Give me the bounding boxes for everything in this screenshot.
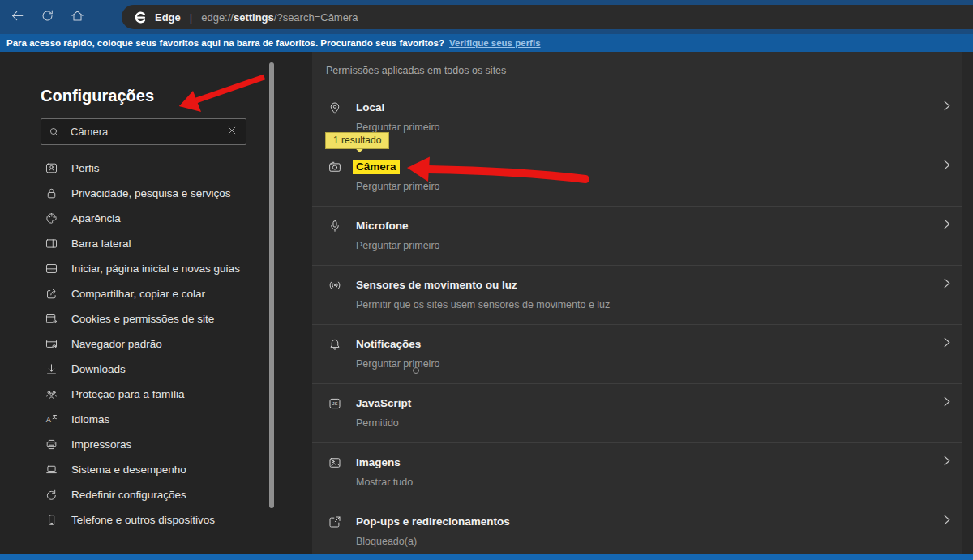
permissions-list: Local Perguntar primeiro Câmera Pergunta… [312,88,973,560]
location-icon [328,100,342,115]
image-icon [328,455,342,470]
sidebar-scrollbar[interactable] [269,62,274,508]
sidebar-item-impressoras[interactable]: Impressoras [45,432,280,457]
chevron-right-icon [941,217,953,231]
browser-window: Edge | edge://settings/?search=Câmera Pa… [0,0,973,560]
refresh-button[interactable] [35,5,59,29]
sidebar-item-perfis[interactable]: Perfis [45,156,280,181]
settings-sidebar: Configurações Perfis Privacidade, pesqui… [0,52,312,554]
close-icon [226,125,238,139]
settings-search-box[interactable] [41,118,246,145]
palette-icon [45,212,58,225]
sidebar-layout-icon [45,237,58,250]
profile-icon [45,161,58,175]
languages-icon: A [45,413,58,426]
download-icon [45,362,58,376]
sidebar-item-cookies-e-permissoes[interactable]: Cookies e permissões de site [45,306,280,331]
settings-page: Configurações Perfis Privacidade, pesqui… [0,52,973,554]
system-icon [45,463,58,477]
address-separator: | [190,11,192,24]
camera-icon [328,160,342,174]
settings-title: Configurações [41,86,154,105]
browser-toolbar: Edge | edge://settings/?search=Câmera [0,0,973,34]
svg-text:A: A [46,416,52,424]
lock-icon [45,186,58,200]
default-browser-icon [45,337,58,351]
reset-icon [45,488,58,502]
click-indicator [413,367,419,374]
chevron-right-icon [941,99,953,113]
sidebar-item-idiomas[interactable]: A Idiomas [45,407,280,432]
sidebar-item-aparencia[interactable]: Aparência [45,206,280,231]
back-icon [10,8,25,26]
search-icon [48,126,61,139]
edge-logo-icon [133,10,148,25]
settings-content: Permissões aplicadas em todos os sites L… [312,52,973,554]
permission-row-imagens[interactable]: Imagens Mostrar tudo [312,442,973,502]
sidebar-item-iniciar-pagina-inicial[interactable]: Iniciar, página inicial e novas guias [45,256,280,281]
javascript-icon: JS [328,396,342,411]
sidebar-item-protecao-para-a[interactable]: Proteção para a família [45,382,280,407]
refresh-icon [40,8,55,26]
chevron-right-icon [941,336,953,349]
chevron-right-icon [941,513,953,527]
search-result-tooltip: 1 resultado [325,132,389,149]
settings-nav: Perfis Privacidade, pesquisa e serviços … [0,156,280,532]
start-page-icon [45,262,58,276]
back-button[interactable] [5,5,29,29]
site-label: Edge [155,11,181,24]
section-header: Permissões aplicadas em todos os sites [312,52,973,88]
permission-row-notificacoes[interactable]: Notificações Perguntar primeiro [312,324,973,383]
permission-row-sensores-de-movimento[interactable]: Sensores de movimento ou luz Permitir qu… [312,265,973,324]
sidebar-item-barra-lateral[interactable]: Barra lateral [45,231,280,256]
chevron-right-icon [941,276,953,290]
family-icon [45,387,58,401]
permission-row-microfone[interactable]: Microfone Perguntar primeiro [312,206,973,265]
cookies-icon [45,312,58,326]
chevron-right-icon [941,395,953,408]
address-bar[interactable]: Edge | edge://settings/?search=Câmera [122,5,973,29]
favorites-message: Para acesso rápido, coloque seus favorit… [6,38,444,48]
permission-row-pop-ups-e[interactable]: Pop-ups e redirecionamentos Bloqueado(a) [312,502,973,560]
chevron-right-icon [941,158,953,172]
sidebar-item-sistema-e-desempenho[interactable]: Sistema e desempenho [45,457,280,482]
search-input[interactable] [69,125,225,139]
chevron-right-icon [941,454,953,468]
sidebar-item-downloads[interactable]: Downloads [45,357,280,382]
home-button[interactable] [65,5,89,29]
clear-search-button[interactable] [225,123,239,140]
sidebar-item-navegador-padrao[interactable]: Navegador padrão [45,331,280,357]
taskbar-edge [0,554,973,560]
printer-icon [45,438,58,451]
phone-icon [45,513,58,527]
favorites-bar: Para acesso rápido, coloque seus favorit… [0,34,973,52]
share-icon [45,287,58,301]
svg-text:JS: JS [332,401,337,406]
permission-row-local[interactable]: Local Perguntar primeiro [312,88,973,147]
permission-row-camera[interactable]: Câmera Perguntar primeiro [312,147,973,206]
home-icon [70,8,85,26]
popup-icon [328,515,342,529]
permission-row-javascript[interactable]: JS JavaScript Permitido [312,383,973,442]
sidebar-item-telefone-e-outros[interactable]: Telefone e outros dispositivos [45,507,280,532]
sensors-icon [328,278,342,293]
url-text: edge://settings/?search=Câmera [201,11,358,24]
bell-icon [328,337,342,352]
microphone-icon [328,219,342,233]
sidebar-item-redefinir-configuracoes[interactable]: Redefinir configurações [45,482,280,507]
favorites-profiles-link[interactable]: Verifique seus perfis [449,38,541,48]
sidebar-item-compartilhar-copiar-e[interactable]: Compartilhar, copiar e colar [45,281,280,306]
sidebar-item-privacidade-pesquisa-e[interactable]: Privacidade, pesquisa e serviços [45,181,280,206]
